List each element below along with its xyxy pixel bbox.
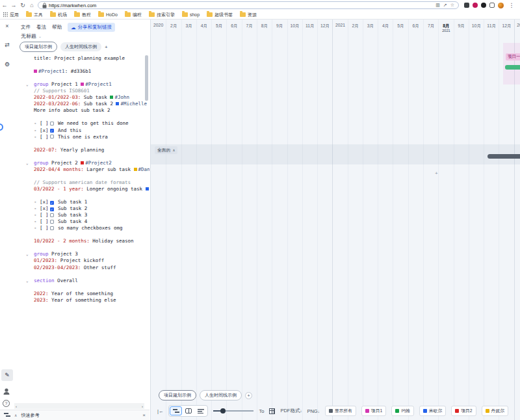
bookmark-star-icon[interactable]: ☆ [450,3,454,8]
bookmark-item[interactable]: 资源 [240,12,257,18]
subtask-event-bar[interactable] [505,65,520,70]
show-all-filter-chip[interactable]: 显示所有 [325,406,356,416]
fold-chevron-icon[interactable]: ⌄ [26,251,29,257]
bookmark-item[interactable]: 工具 [26,12,43,18]
checkbox[interactable] [50,213,54,217]
close-icon[interactable]: × [142,412,146,418]
extension-icon[interactable] [473,3,478,8]
year-event-bar[interactable] [488,154,520,159]
timeline-month-column[interactable]: 10月 [469,20,484,420]
extension-icon[interactable] [464,3,469,8]
legend-tag-chip[interactable]: 项目2 [451,406,476,416]
document-title[interactable]: 无标题 ⌄ [21,33,42,40]
timeline-month-column[interactable]: 9月 [272,20,287,420]
reload-icon[interactable]: ↻ [18,2,27,8]
checkbox[interactable] [50,220,54,224]
assistant-icon[interactable] [0,124,3,131]
bookmark-item[interactable]: 教程 [74,12,91,18]
bookmark-item[interactable]: shop [182,12,200,17]
extension-icon[interactable] [489,3,495,8]
gear-icon[interactable]: ⚙ [2,61,12,68]
timeline-month-column[interactable]: 6月 [226,20,241,420]
timeline-month-column[interactable]: 6月 [408,20,423,420]
export-pdf-button[interactable]: PDF格式↓ [280,408,302,414]
scroll-right-icon[interactable]: › [142,404,143,408]
add-tab-button[interactable]: + [105,44,108,50]
profile-icon[interactable] [3,387,10,395]
scroll-left-icon[interactable]: ‹ [16,404,17,408]
timeline-month-column[interactable]: 11月 [302,20,317,420]
fold-chevron-icon[interactable]: ⌄ [26,81,29,88]
menu-help[interactable]: 帮助 [52,24,62,31]
swap-panes-icon[interactable]: ⇄ [2,42,12,48]
overall-section-label[interactable]: 全面的 ∧ [155,146,177,154]
home-icon[interactable]: ⌂ [27,2,36,8]
checkbox[interactable]: ✓ [50,201,54,205]
column-view-button[interactable] [182,406,194,415]
bookmark-item[interactable]: 超级书签 [207,12,233,18]
timeline-month-column[interactable]: 4月 [196,20,211,420]
bookmark-item[interactable]: 机场 [50,12,67,18]
timeline-month-column[interactable]: 8月 [257,20,272,420]
timeline-month-column[interactable]: 2020 [151,20,166,420]
timeline-month-column[interactable]: 3月 [363,20,378,420]
timeline-month-column[interactable]: 5月 [211,20,226,420]
timeline-tab[interactable]: 人生时间线示例 [60,42,101,51]
jump-to-start-button[interactable]: |← [157,408,163,414]
extension-icon[interactable] [481,3,486,8]
timeline-month-column[interactable]: 2月 [166,20,181,420]
browser-menu-icon[interactable]: ⋮ [507,2,516,8]
url-bar[interactable]: https://markwhen.com ▥ ↗ ☆ [38,1,459,9]
export-png-button[interactable]: PNG↓ [307,408,319,414]
menu-file[interactable]: 文件 [21,24,31,31]
timeline-month-column[interactable]: 2月 [348,20,363,420]
timeline-month-column[interactable]: 3月 [181,20,196,420]
timeline-month-column[interactable]: 10月 [287,20,302,420]
timeline-month-column[interactable]: 7月 [423,20,438,420]
help-icon[interactable]: ? [3,400,10,407]
table-export-icon[interactable] [269,408,275,414]
legend-tag-chip[interactable]: 米歇尔 [419,406,446,416]
timeline-month-column[interactable]: 9月 [454,20,469,420]
timeline-month-column[interactable]: 4月 [378,20,393,420]
share-icon[interactable]: ↗ [443,3,447,8]
legend-tag-chip[interactable]: 约翰 [391,406,414,416]
timeline-tab[interactable]: 人生时间线示例 [200,390,242,400]
timeline-tab[interactable]: 项目规划示例 [20,42,57,52]
checkbox[interactable] [50,135,54,138]
project1-group-badge[interactable]: 项目一 [506,53,520,60]
jump-to-today-button[interactable]: To [259,408,264,414]
checkbox[interactable]: ✓ [50,207,54,211]
list-view-button[interactable] [194,406,207,415]
chevron-up-icon[interactable]: ∧ [14,413,17,417]
code-editor[interactable]: title: Project planning example#Project1… [34,55,143,304]
fold-chevron-icon[interactable]: ⌄ [26,160,29,166]
add-event-hint[interactable]: + [435,170,438,176]
forward-icon[interactable]: → [9,2,18,8]
quick-reference-label[interactable]: 快速参考 [21,412,39,419]
timeline-month-column[interactable]: 2021 [332,20,347,420]
profile-avatar[interactable] [498,3,504,8]
page-actions-icon[interactable]: ▥ [436,3,440,8]
slider-knob[interactable] [220,408,226,413]
close-panel-icon[interactable]: × [2,23,12,29]
back-icon[interactable]: ← [0,2,9,8]
add-tab-button[interactable]: + [245,392,252,399]
legend-tag-chip[interactable]: 丹妮尔 [482,406,508,416]
timeline-month-column[interactable]: 7月 [242,20,257,420]
checkbox[interactable] [50,122,54,125]
bookmark-item[interactable]: 应用 [3,12,19,18]
fold-chevron-icon[interactable]: ⌄ [26,278,29,284]
timeline-month-column[interactable]: 12月 [317,20,332,420]
zoom-slider[interactable] [213,408,254,413]
timeline-month-column[interactable]: 8月2021 [438,20,453,420]
checkbox[interactable] [50,226,54,230]
edit-mode-button[interactable]: ✎ [1,369,13,381]
checkbox[interactable]: ✓ [50,129,54,133]
menu-view[interactable]: 看法 [36,24,46,31]
bookmark-item[interactable]: 搜索引擎 [149,12,175,18]
editor-vertical-scrollbar[interactable] [145,55,148,101]
timeline-tab[interactable]: 项目规划示例 [159,390,196,400]
bookmark-item[interactable]: HoDo [98,12,118,17]
editor-horizontal-scrollbar[interactable]: ‹ › [14,403,144,409]
